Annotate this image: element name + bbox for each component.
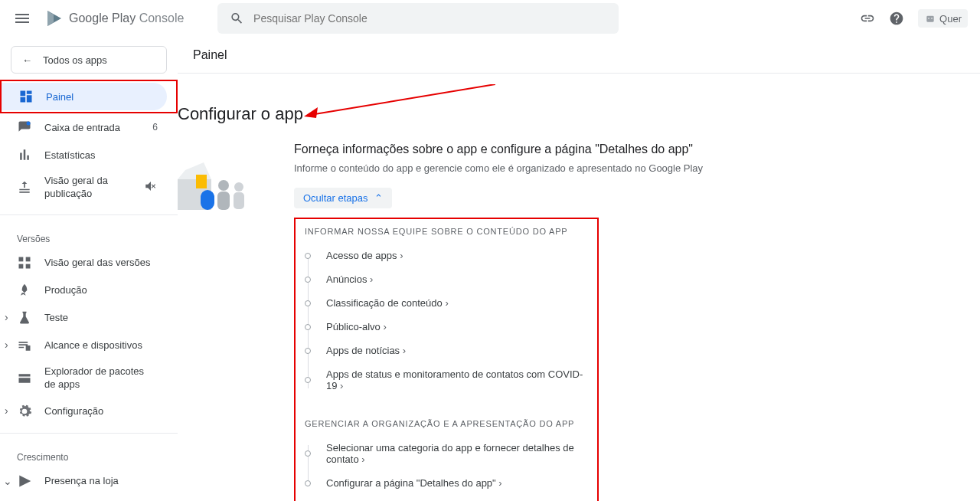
top-bar: Google Play Console Quer bbox=[0, 0, 980, 37]
sidebar-item-production[interactable]: Produção bbox=[0, 277, 168, 304]
link-icon[interactable] bbox=[860, 11, 875, 26]
play-triangle-icon bbox=[44, 9, 63, 28]
sidebar-item-painel[interactable]: Painel bbox=[2, 83, 167, 110]
svg-rect-15 bbox=[196, 175, 207, 188]
svg-rect-18 bbox=[217, 192, 230, 210]
step-row[interactable]: Acesso de apps bbox=[305, 244, 588, 267]
step-circle-icon bbox=[305, 377, 311, 383]
svg-point-5 bbox=[27, 122, 31, 126]
step-link[interactable]: Classificação de conteúdo bbox=[326, 297, 449, 309]
robot-icon bbox=[924, 12, 936, 25]
steps-group2-label: GERENCIAR A ORGANIZAÇÃO E A APRESENTAÇÃO… bbox=[305, 416, 588, 436]
step-circle-icon bbox=[305, 253, 311, 259]
sidebar-item-package-explorer[interactable]: Explorador de pacotes de apps bbox=[0, 359, 168, 398]
chevron-up-icon: ⌃ bbox=[374, 192, 383, 204]
svg-rect-8 bbox=[19, 264, 24, 268]
section-title: Configurar o app bbox=[178, 104, 965, 124]
sidebar-label: Explorador de pacotes de apps bbox=[44, 365, 158, 391]
search-icon bbox=[230, 11, 244, 26]
step-link[interactable]: Configurar a página "Detalhes do app" bbox=[326, 477, 502, 489]
sidebar-subitem-main-listing[interactable]: Versão principal da página "Detalhes do … bbox=[0, 495, 178, 501]
step-row[interactable]: Classificação de conteúdo bbox=[305, 291, 588, 315]
step-row[interactable]: Configurar a página "Detalhes do app" bbox=[305, 471, 588, 495]
page-title: Painel bbox=[193, 48, 227, 62]
sidebar-label: Caixa de entrada bbox=[44, 122, 120, 133]
annotation-arrow bbox=[304, 84, 495, 118]
step-circle-icon bbox=[305, 324, 311, 330]
main-content: Painel Configurar o app bbox=[178, 37, 980, 501]
config-heading: Forneça informações sobre o app e config… bbox=[294, 142, 980, 156]
step-circle-icon bbox=[305, 480, 311, 486]
svg-marker-10 bbox=[19, 475, 31, 486]
sidebar-item-inbox[interactable]: Caixa de entrada 6 bbox=[0, 113, 168, 141]
feedback-pill[interactable]: Quer bbox=[918, 9, 968, 28]
svg-rect-9 bbox=[26, 264, 31, 268]
logo[interactable]: Google Play Console bbox=[44, 9, 184, 28]
sidebar: ← Todos os apps Painel Caixa de entrada … bbox=[0, 37, 178, 501]
store-icon bbox=[17, 473, 32, 489]
help-icon[interactable] bbox=[889, 11, 904, 26]
step-row[interactable]: Anúncios bbox=[305, 267, 588, 291]
back-to-apps-button[interactable]: ← Todos os apps bbox=[11, 46, 167, 74]
step-circle-icon bbox=[305, 348, 311, 354]
svg-rect-7 bbox=[26, 257, 31, 261]
annotation-highlight-box: Painel bbox=[0, 80, 178, 113]
sidebar-label: Produção bbox=[44, 284, 87, 296]
svg-point-4 bbox=[931, 18, 933, 19]
sidebar-item-test[interactable]: Teste bbox=[0, 304, 168, 332]
annotation-steps-box: INFORMAR NOSSA EQUIPE SOBRE O CONTEÚDO D… bbox=[294, 218, 599, 501]
rocket-icon bbox=[17, 283, 32, 298]
search-input[interactable] bbox=[253, 12, 606, 25]
sidebar-item-store-presence[interactable]: Presença na loja bbox=[0, 467, 168, 495]
gear-icon bbox=[17, 404, 32, 419]
hamburger-menu-icon[interactable] bbox=[12, 11, 32, 26]
sidebar-section-versions: Versões bbox=[0, 223, 178, 249]
step-circle-icon bbox=[305, 450, 311, 457]
publish-overview-icon bbox=[17, 180, 32, 195]
sidebar-label: Configuração bbox=[44, 405, 103, 417]
step-link[interactable]: Selecionar uma categoria do app e fornec… bbox=[326, 442, 588, 465]
step-row[interactable]: Público-alvo bbox=[305, 315, 588, 339]
svg-marker-12 bbox=[304, 107, 318, 118]
inbox-count-badge: 6 bbox=[152, 122, 158, 133]
pill-label: Quer bbox=[939, 13, 962, 25]
sidebar-item-statistics[interactable]: Estatísticas bbox=[0, 141, 168, 169]
svg-rect-20 bbox=[234, 192, 244, 209]
search-box[interactable] bbox=[217, 3, 619, 34]
svg-rect-6 bbox=[19, 257, 24, 261]
sidebar-label: Presença na loja bbox=[44, 475, 119, 486]
package-icon bbox=[17, 371, 32, 386]
hide-steps-button[interactable]: Ocultar etapas ⌃ bbox=[294, 188, 392, 208]
svg-line-11 bbox=[310, 84, 495, 115]
step-circle-icon bbox=[305, 300, 311, 306]
versions-icon bbox=[17, 255, 32, 270]
svg-marker-1 bbox=[47, 11, 54, 26]
step-link[interactable]: Acesso de apps bbox=[326, 250, 403, 261]
svg-rect-2 bbox=[926, 16, 933, 22]
dashboard-icon bbox=[18, 89, 34, 104]
devices-icon bbox=[17, 338, 32, 353]
sidebar-item-versions-overview[interactable]: Visão geral das versões bbox=[0, 249, 168, 277]
sidebar-item-publishing-overview[interactable]: Visão geral da publicação bbox=[0, 169, 168, 207]
sidebar-label: Alcance e dispositivos bbox=[44, 339, 142, 351]
sidebar-label: Teste bbox=[44, 312, 68, 323]
step-row[interactable]: Apps de status e monitoramento de contat… bbox=[305, 362, 588, 398]
hide-steps-label: Ocultar etapas bbox=[303, 192, 368, 204]
sidebar-item-reach[interactable]: Alcance e dispositivos bbox=[0, 332, 168, 359]
arrow-left-icon: ← bbox=[22, 54, 32, 66]
step-link[interactable]: Apps de status e monitoramento de contat… bbox=[326, 368, 588, 391]
sidebar-item-config[interactable]: Configuração bbox=[0, 398, 168, 425]
step-row[interactable]: Apps de notícias bbox=[305, 339, 588, 362]
top-actions: Quer bbox=[860, 9, 968, 28]
step-link[interactable]: Apps de notícias bbox=[326, 345, 406, 356]
svg-rect-16 bbox=[201, 190, 214, 210]
sidebar-label: Visão geral das versões bbox=[44, 257, 151, 268]
back-label: Todos os apps bbox=[43, 54, 107, 66]
inbox-icon bbox=[17, 120, 32, 135]
step-row[interactable]: Selecionar uma categoria do app e fornec… bbox=[305, 436, 588, 471]
sidebar-label: Visão geral da publicação bbox=[44, 175, 132, 201]
step-link[interactable]: Anúncios bbox=[326, 273, 373, 285]
logo-text: Google Play Console bbox=[69, 11, 184, 25]
step-link[interactable]: Público-alvo bbox=[326, 321, 387, 332]
statistics-icon bbox=[17, 147, 32, 162]
